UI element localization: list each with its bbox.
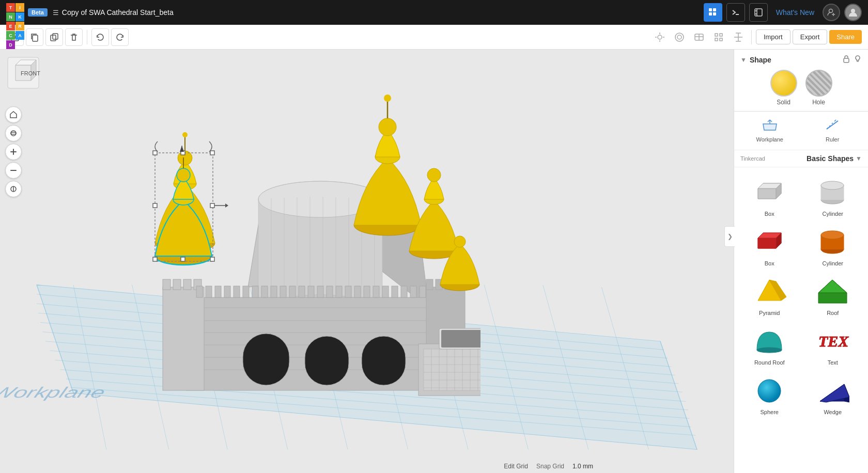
svg-point-67 (258, 181, 382, 217)
logo-k: K (16, 12, 24, 21)
library-chevron-icon: ▼ (856, 155, 862, 162)
shape-card-text[interactable]: TEXT Text (802, 320, 864, 369)
shape-card-box-red[interactable]: Box (738, 221, 801, 270)
svg-point-34 (11, 131, 16, 136)
workplane-button[interactable]: Workplane (740, 116, 799, 146)
shape-card-roof[interactable]: Roof (802, 271, 864, 319)
copy-button[interactable] (26, 28, 43, 46)
beta-badge: Beta (28, 8, 48, 17)
shape-card-cylinder-orange[interactable]: Cylinder (802, 221, 864, 270)
tinkercad-logo[interactable]: T I N K E R C A D (6, 3, 25, 22)
svg-point-138 (424, 194, 444, 204)
shape-card-wedge[interactable]: Wedge (802, 370, 864, 418)
logo-a: A (16, 31, 24, 40)
viewport[interactable]: FRONT (0, 50, 734, 473)
lock-icon[interactable] (842, 55, 850, 65)
light-icon[interactable] (651, 28, 669, 46)
shape-card-sphere[interactable]: Sphere (738, 370, 801, 418)
tools-button[interactable] (726, 3, 745, 22)
workplane-label: Workplane (756, 136, 783, 143)
shape-dropdown-arrow[interactable]: ▼ (740, 56, 747, 64)
svg-marker-157 (225, 203, 228, 208)
edit-grid-button[interactable]: Edit Grid (504, 463, 528, 470)
svg-rect-115 (317, 286, 323, 297)
svg-line-44 (37, 304, 668, 358)
solid-option[interactable]: Solid (770, 70, 797, 106)
undo-button[interactable] (91, 28, 109, 46)
shape-card-box-grey[interactable]: Box (738, 171, 801, 220)
user-avatar[interactable] (844, 4, 862, 21)
align-icon[interactable] (730, 28, 747, 46)
delete-button[interactable] (65, 28, 83, 46)
svg-marker-42 (37, 285, 697, 450)
svg-point-143 (173, 194, 194, 205)
snap-icon[interactable] (710, 28, 727, 46)
svg-rect-118 (345, 286, 351, 297)
zoom-in-button[interactable] (5, 144, 22, 160)
library-dropdown[interactable]: Basic Shapes ▼ (807, 154, 862, 163)
collapse-panel-button[interactable]: ❯ (724, 226, 735, 247)
topbar: T I N K E R C A D Beta ☰ Copy of SWA Cat… (0, 0, 868, 25)
hole-option[interactable]: Hole (805, 70, 832, 106)
grid-view-button[interactable] (704, 3, 722, 22)
svg-point-202 (821, 231, 844, 239)
shape-card-pyramid[interactable]: Pyramid (738, 271, 801, 319)
duplicate-button[interactable] (45, 28, 63, 46)
logo-d: D (6, 40, 15, 49)
svg-rect-109 (261, 286, 268, 297)
snap-grid-value: 1.0 mm (572, 463, 593, 470)
shape-header: ▼ Shape (740, 55, 862, 65)
workplane-icon (762, 119, 778, 134)
svg-marker-186 (758, 188, 776, 199)
ruler-label: Ruler (826, 136, 839, 143)
shape-card-round-roof[interactable]: Round Roof (738, 320, 801, 369)
svg-point-193 (821, 181, 844, 190)
svg-rect-122 (382, 286, 389, 297)
hole-label: Hole (812, 99, 825, 106)
svg-line-49 (50, 351, 686, 401)
roof-thumbnail (815, 276, 851, 307)
orbit-button[interactable] (5, 125, 22, 141)
redo-button[interactable] (111, 28, 129, 46)
doc-icon-area: ☰ Copy of SWA Cathedral Start_beta (53, 8, 174, 17)
svg-line-59 (367, 285, 408, 450)
library-name: Basic Shapes (807, 154, 854, 163)
svg-rect-114 (308, 286, 314, 297)
svg-rect-98 (426, 279, 433, 290)
settings-button[interactable] (749, 3, 768, 22)
svg-line-61 (484, 285, 528, 450)
main-content: FRONT (0, 50, 868, 473)
svg-rect-123 (392, 286, 398, 297)
svg-rect-37 (10, 151, 17, 152)
import-button[interactable]: Import (756, 29, 791, 44)
zoom-out-button[interactable] (5, 162, 22, 179)
lightbulb-icon[interactable] (854, 55, 862, 65)
svg-rect-126 (420, 286, 426, 297)
fit-view-button[interactable] (5, 181, 22, 197)
shape-card-cylinder-grey[interactable]: Cylinder (802, 171, 864, 220)
view-icon[interactable] (690, 28, 708, 46)
svg-rect-151 (210, 257, 214, 261)
logo-c: C (6, 31, 15, 40)
camera-icon[interactable] (671, 28, 688, 46)
svg-rect-100 (445, 279, 452, 290)
document-icon: ☰ (53, 9, 59, 17)
logo-n: N (6, 12, 15, 21)
svg-rect-105 (224, 286, 230, 297)
ruler-button[interactable]: Ruler (803, 116, 862, 146)
svg-rect-93 (163, 279, 171, 290)
svg-line-63 (601, 287, 648, 449)
svg-rect-97 (426, 287, 465, 390)
svg-rect-103 (206, 286, 212, 297)
svg-point-146 (181, 152, 186, 157)
export-button[interactable]: Export (793, 29, 828, 44)
svg-line-57 (250, 285, 288, 450)
shapes-grid: Box Cylinder (734, 167, 868, 422)
view-cube[interactable]: FRONT (5, 55, 41, 91)
add-user-button[interactable] (823, 4, 840, 21)
svg-rect-1 (713, 8, 716, 11)
share-button[interactable]: Share (829, 30, 862, 44)
whats-new-button[interactable]: What's New (772, 8, 818, 17)
home-view-button[interactable] (5, 106, 22, 123)
wedge-thumbnail (815, 375, 851, 406)
